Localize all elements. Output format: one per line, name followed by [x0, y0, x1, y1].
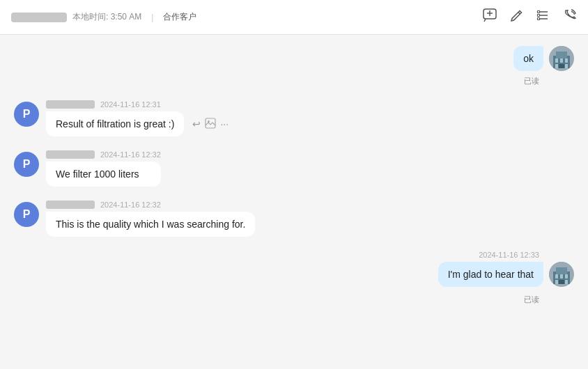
sent-glad-timestamp: 2024-11-16 12:33	[14, 251, 574, 259]
reply-icon[interactable]: ↩	[192, 118, 201, 129]
svg-rect-14	[560, 58, 563, 63]
bubble-received-1: Result of filtration is great :)	[46, 111, 184, 136]
receiver-avatar-3: P	[14, 202, 39, 227]
sent-glad-info: I'm glad to hear that	[438, 262, 543, 287]
received-2-content: 2024-11-16 12:32 We filter 1000 liters	[46, 150, 161, 187]
sent-avatar-image-2	[549, 262, 574, 287]
svg-rect-25	[560, 274, 563, 278]
svg-rect-26	[565, 274, 568, 278]
sender-line-1: 2024-11-16 12:31	[46, 100, 229, 109]
sender-line-3: 2024-11-16 12:32	[46, 201, 255, 209]
header-divider: |	[151, 13, 153, 22]
sent-glad-status: 已读	[524, 295, 539, 304]
client-tag: 合作客户	[163, 11, 196, 23]
svg-rect-8	[538, 15, 540, 17]
received-group-3: P 2024-11-16 12:32 This is the quality w…	[14, 201, 574, 237]
svg-rect-12	[556, 52, 567, 58]
received-1-content: 2024-11-16 12:31 Result of filtration is…	[46, 100, 229, 136]
image-icon[interactable]	[205, 118, 216, 131]
svg-rect-7	[538, 11, 540, 13]
svg-rect-16	[555, 64, 558, 68]
edit-icon[interactable]	[510, 8, 524, 26]
chat-area: ok 已读 P	[0, 35, 588, 369]
svg-rect-9	[538, 18, 540, 20]
sender-name-blurred-3	[46, 201, 95, 209]
add-chat-icon[interactable]	[482, 8, 497, 26]
header-left: 本地时间: 3:50 AM | 合作客户	[11, 11, 482, 23]
svg-point-20	[208, 120, 210, 123]
sent-ok-status: 已读	[524, 77, 539, 85]
msg-timestamp-2: 2024-11-16 12:32	[100, 150, 161, 159]
local-time: 本地时间: 3:50 AM	[72, 11, 141, 23]
svg-rect-27	[555, 280, 558, 284]
contact-name-blurred	[11, 13, 67, 22]
svg-rect-24	[555, 274, 558, 278]
msg-timestamp-1: 2024-11-16 12:31	[100, 100, 161, 109]
svg-rect-18	[559, 64, 564, 68]
sender-name-blurred-1	[46, 100, 95, 109]
sent-message-ok: ok	[14, 46, 574, 71]
msg-timestamp-3: 2024-11-16 12:32	[100, 201, 161, 209]
svg-rect-29	[559, 280, 564, 284]
phone-icon[interactable]	[563, 8, 577, 26]
sender-name-blurred-2	[46, 150, 95, 159]
svg-rect-28	[565, 280, 568, 284]
svg-line-3	[518, 13, 520, 15]
sender-line-2: 2024-11-16 12:32	[46, 150, 161, 159]
sent-ok-info: ok	[513, 46, 543, 71]
receiver-avatar-2: P	[14, 152, 39, 177]
received-group-1: P 2024-11-16 12:31 Result of filtration …	[14, 100, 574, 136]
bubble-glad: I'm glad to hear that	[438, 262, 543, 287]
bubble-received-3: This is the quality which I was searchin…	[46, 212, 255, 237]
received-message-1: P 2024-11-16 12:31 Result of filtration …	[14, 100, 574, 136]
chat-header: 本地时间: 3:50 AM | 合作客户	[0, 0, 588, 35]
sent-avatar-2	[549, 262, 574, 287]
received-message-3: P 2024-11-16 12:32 This is the quality w…	[14, 201, 574, 237]
svg-rect-19	[206, 118, 215, 128]
svg-rect-23	[556, 267, 567, 274]
bubble-ok: ok	[513, 46, 543, 71]
more-icon[interactable]: ···	[220, 118, 229, 129]
sent-avatar	[549, 46, 574, 71]
svg-rect-15	[565, 58, 568, 63]
list-icon[interactable]	[536, 8, 550, 26]
header-actions	[482, 8, 577, 26]
sent-message-glad: I'm glad to hear that	[14, 262, 574, 287]
bubble-action-bar: ↩ ···	[192, 118, 229, 131]
receiver-avatar-1: P	[14, 102, 39, 127]
svg-rect-13	[555, 58, 558, 63]
received-group-2: P 2024-11-16 12:32 We filter 1000 liters	[14, 150, 574, 187]
bubble-received-2: We filter 1000 liters	[46, 162, 161, 187]
received-3-content: 2024-11-16 12:32 This is the quality whi…	[46, 201, 255, 237]
svg-rect-17	[565, 64, 568, 68]
sent-avatar-image	[549, 46, 574, 71]
received-message-2: P 2024-11-16 12:32 We filter 1000 liters	[14, 150, 574, 187]
